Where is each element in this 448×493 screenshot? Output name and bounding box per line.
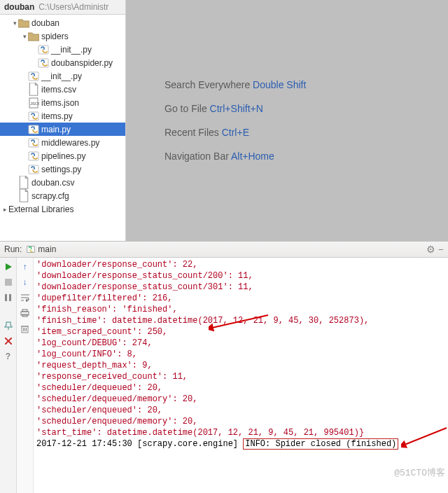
breadcrumb-path: C:\Users\Administr <box>38 2 108 12</box>
editor-hint: Search Everywhere Double Shift <box>164 79 448 90</box>
tree-item[interactable]: __init__.py <box>0 69 125 83</box>
run-config-name: main <box>38 244 56 254</box>
py-icon <box>28 71 39 82</box>
tree-item[interactable]: pipelines.py <box>0 149 125 162</box>
tree-item-label: pipelines.py <box>41 151 85 161</box>
up-button[interactable]: ↑ <box>19 261 31 273</box>
help-button[interactable]: ? <box>2 350 15 363</box>
pin-button[interactable] <box>2 319 15 332</box>
tree-item-label: settings.py <box>41 165 81 174</box>
tree-item[interactable]: settings.py <box>0 162 125 176</box>
py-icon <box>28 124 39 135</box>
json-icon: JSON <box>28 97 39 109</box>
run-gutter-primary: ? <box>0 258 17 493</box>
tree-item-label: items.csv <box>41 85 76 95</box>
project-tree[interactable]: ▾douban▾spiders__init__.pydoubanspider.p… <box>0 15 125 202</box>
external-libraries-label: External Libraries <box>8 204 74 214</box>
tree-item-label: middlewares.py <box>41 138 99 148</box>
console-log-line: 2017-12-21 17:45:30 [scrapy.core.engine]… <box>36 438 445 450</box>
down-button[interactable]: ↓ <box>19 276 31 289</box>
tree-item[interactable]: middlewares.py <box>0 136 125 149</box>
console-line: 'start_time': datetime.datetime(2017, 12… <box>36 427 445 438</box>
console-line: 'response_received_count': 11, <box>36 371 445 382</box>
print-button[interactable] <box>19 307 31 319</box>
tree-item-label: douban <box>31 18 59 28</box>
tree-item-label: items.py <box>41 111 73 121</box>
gear-icon[interactable]: ⚙ <box>426 244 435 255</box>
tree-item-label: main.py <box>41 125 71 134</box>
py-icon <box>38 44 49 55</box>
tree-item[interactable]: ▾spiders <box>0 29 125 43</box>
run-title: Run: <box>4 244 22 254</box>
svg-text:JSON: JSON <box>30 102 39 106</box>
trash-button[interactable] <box>19 322 31 335</box>
console-line: 'finish_reason': 'finished', <box>36 304 445 315</box>
tree-item[interactable]: douban.csv <box>0 176 125 189</box>
console-line: 'downloader/response_status_count/200': … <box>36 270 445 282</box>
console-output[interactable]: 'downloader/response_count': 22, 'downlo… <box>34 258 448 493</box>
svg-rect-14 <box>9 294 11 301</box>
breadcrumb-project: douban <box>4 2 34 12</box>
tree-item-label: items.json <box>41 98 79 108</box>
file-icon <box>18 190 29 202</box>
console-line: 'finish_time': datetime.datetime(2017, 1… <box>36 315 445 326</box>
file-icon <box>28 84 39 95</box>
console-line: 'downloader/response_count': 22, <box>36 259 445 270</box>
external-libraries[interactable]: ▸ External Libraries <box>0 202 125 216</box>
console-line: 'log_count/DEBUG': 274, <box>36 338 445 349</box>
console-line: 'downloader/response_status_count/301': … <box>36 282 445 293</box>
run-gutter-secondary: ↑ ↓ <box>17 258 34 493</box>
tree-item-label: __init__.py <box>51 45 92 55</box>
close-button[interactable] <box>2 335 15 347</box>
console-line: 'item_scraped_count': 250, <box>36 326 445 338</box>
project-sidebar: douban C:\Users\Administr ▾douban▾spider… <box>0 0 126 241</box>
console-line: 'log_count/INFO': 8, <box>36 349 445 360</box>
wrap-button[interactable] <box>19 291 31 304</box>
tree-item[interactable]: doubanspider.py <box>0 56 125 69</box>
console-line: 'scheduler/enqueued/memory': 20, <box>36 416 445 427</box>
py-icon <box>38 57 49 69</box>
file-icon <box>18 177 29 188</box>
svg-marker-11 <box>6 263 12 270</box>
console-line: 'scheduler/enqueued': 20, <box>36 405 445 416</box>
tree-item[interactable]: __init__.py <box>0 43 125 56</box>
tree-item[interactable]: items.py <box>0 109 125 123</box>
editor-hint: Go to File Ctrl+Shift+N <box>164 103 448 114</box>
py-icon <box>28 137 39 148</box>
tree-item[interactable]: main.py <box>0 123 125 136</box>
console-line: 'scheduler/dequeued': 20, <box>36 382 445 394</box>
tree-item-label: spiders <box>41 32 69 41</box>
py-icon <box>28 111 39 122</box>
svg-rect-12 <box>5 279 12 286</box>
folder-icon <box>18 18 29 29</box>
svg-rect-13 <box>5 294 7 301</box>
watermark: @51CTO博客 <box>394 468 445 479</box>
editor-hint: Navigation Bar Alt+Home <box>164 151 448 162</box>
console-line: 'scheduler/dequeued/memory': 20, <box>36 394 445 405</box>
editor-empty-state: Search Everywhere Double ShiftGo to File… <box>126 0 448 241</box>
tree-item[interactable]: scrapy.cfg <box>0 189 125 202</box>
tree-item[interactable]: JSONitems.json <box>0 96 125 109</box>
py-icon <box>28 164 39 175</box>
svg-rect-18 <box>22 310 27 312</box>
pause-button[interactable] <box>2 291 15 304</box>
rerun-button[interactable] <box>2 261 15 273</box>
tree-item[interactable]: ▾douban <box>0 16 125 29</box>
tree-item-label: __init__.py <box>41 71 82 81</box>
tree-item-label: scrapy.cfg <box>31 191 69 201</box>
tree-item-label: douban.csv <box>31 178 74 188</box>
py-icon <box>28 151 39 162</box>
console-line: 'dupefilter/filtered': 216, <box>36 293 445 304</box>
breadcrumb: douban C:\Users\Administr <box>0 0 125 15</box>
stop-button[interactable] <box>2 276 15 289</box>
minimize-icon[interactable]: ‒ <box>438 244 444 254</box>
editor-hint: Recent Files Ctrl+E <box>164 127 448 138</box>
folder-icon <box>28 31 39 42</box>
tree-item[interactable]: items.csv <box>0 83 125 96</box>
run-toolwindow-header[interactable]: Run: main ⚙ ‒ <box>0 242 448 258</box>
tree-item-label: doubanspider.py <box>51 58 113 68</box>
console-line: 'request_depth_max': 9, <box>36 360 445 371</box>
